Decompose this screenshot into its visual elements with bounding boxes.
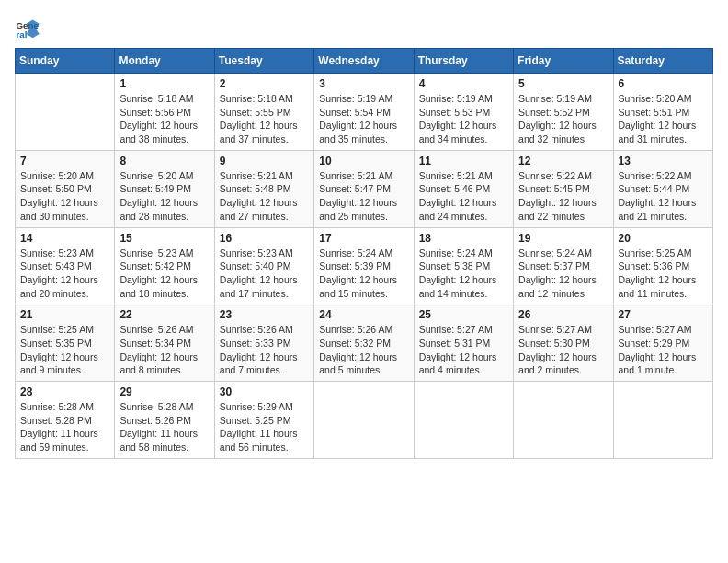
day-info: Sunrise: 5:18 AM Sunset: 5:56 PM Dayligh… bbox=[119, 92, 209, 146]
day-number: 30 bbox=[220, 385, 309, 398]
day-info: Sunrise: 5:24 AM Sunset: 5:37 PM Dayligh… bbox=[518, 247, 608, 301]
calendar-cell: 26Sunrise: 5:27 AM Sunset: 5:30 PM Dayli… bbox=[514, 304, 613, 382]
day-number: 18 bbox=[419, 232, 508, 245]
calendar-cell: 1Sunrise: 5:18 AM Sunset: 5:56 PM Daylig… bbox=[115, 74, 214, 151]
day-number: 1 bbox=[119, 77, 209, 90]
day-number: 3 bbox=[319, 77, 408, 90]
day-info: Sunrise: 5:22 AM Sunset: 5:45 PM Dayligh… bbox=[518, 169, 608, 224]
calendar-cell: 30Sunrise: 5:29 AM Sunset: 5:25 PM Dayli… bbox=[214, 382, 313, 459]
calendar-cell: 21Sunrise: 5:25 AM Sunset: 5:35 PM Dayli… bbox=[16, 304, 115, 382]
calendar-cell: 10Sunrise: 5:21 AM Sunset: 5:47 PM Dayli… bbox=[314, 150, 414, 227]
calendar-cell: 18Sunrise: 5:24 AM Sunset: 5:38 PM Dayli… bbox=[414, 227, 513, 304]
calendar-cell: 2Sunrise: 5:18 AM Sunset: 5:55 PM Daylig… bbox=[214, 74, 313, 151]
weekday-header: Friday bbox=[514, 49, 613, 74]
day-number: 26 bbox=[518, 308, 608, 321]
day-info: Sunrise: 5:19 AM Sunset: 5:53 PM Dayligh… bbox=[419, 92, 508, 146]
day-number: 27 bbox=[619, 308, 708, 321]
day-info: Sunrise: 5:18 AM Sunset: 5:55 PM Dayligh… bbox=[220, 92, 309, 146]
day-number: 19 bbox=[518, 232, 608, 245]
day-number: 22 bbox=[119, 308, 209, 321]
day-info: Sunrise: 5:26 AM Sunset: 5:33 PM Dayligh… bbox=[220, 323, 309, 377]
day-info: Sunrise: 5:24 AM Sunset: 5:38 PM Dayligh… bbox=[419, 247, 508, 301]
calendar-cell: 19Sunrise: 5:24 AM Sunset: 5:37 PM Dayli… bbox=[514, 227, 613, 304]
day-number: 11 bbox=[419, 155, 508, 167]
day-info: Sunrise: 5:20 AM Sunset: 5:49 PM Dayligh… bbox=[119, 169, 209, 224]
calendar-cell: 13Sunrise: 5:22 AM Sunset: 5:44 PM Dayli… bbox=[613, 150, 712, 227]
weekday-header: Wednesday bbox=[314, 49, 414, 74]
day-number: 12 bbox=[518, 155, 608, 167]
calendar-cell: 22Sunrise: 5:26 AM Sunset: 5:34 PM Dayli… bbox=[115, 304, 214, 382]
calendar-cell: 20Sunrise: 5:25 AM Sunset: 5:36 PM Dayli… bbox=[613, 227, 712, 304]
calendar-header-row: SundayMondayTuesdayWednesdayThursdayFrid… bbox=[16, 49, 713, 74]
day-info: Sunrise: 5:26 AM Sunset: 5:34 PM Dayligh… bbox=[119, 323, 209, 377]
calendar-cell: 12Sunrise: 5:22 AM Sunset: 5:45 PM Dayli… bbox=[514, 150, 613, 227]
calendar-cell bbox=[414, 382, 513, 459]
day-number: 4 bbox=[419, 77, 508, 90]
day-number: 24 bbox=[319, 308, 408, 321]
weekday-header: Sunday bbox=[16, 49, 115, 74]
day-info: Sunrise: 5:28 AM Sunset: 5:26 PM Dayligh… bbox=[119, 400, 209, 454]
calendar-week-row: 21Sunrise: 5:25 AM Sunset: 5:35 PM Dayli… bbox=[16, 304, 713, 382]
day-number: 20 bbox=[619, 232, 708, 245]
day-number: 28 bbox=[20, 385, 109, 398]
calendar-cell: 11Sunrise: 5:21 AM Sunset: 5:46 PM Dayli… bbox=[414, 150, 513, 227]
day-info: Sunrise: 5:21 AM Sunset: 5:47 PM Dayligh… bbox=[319, 169, 408, 224]
day-number: 10 bbox=[319, 155, 408, 167]
calendar-cell: 6Sunrise: 5:20 AM Sunset: 5:51 PM Daylig… bbox=[613, 74, 712, 151]
day-number: 14 bbox=[20, 232, 109, 245]
day-info: Sunrise: 5:24 AM Sunset: 5:39 PM Dayligh… bbox=[319, 247, 408, 301]
day-info: Sunrise: 5:29 AM Sunset: 5:25 PM Dayligh… bbox=[220, 400, 309, 454]
day-info: Sunrise: 5:23 AM Sunset: 5:43 PM Dayligh… bbox=[20, 247, 109, 301]
weekday-header: Tuesday bbox=[214, 49, 313, 74]
calendar-cell: 17Sunrise: 5:24 AM Sunset: 5:39 PM Dayli… bbox=[314, 227, 414, 304]
day-info: Sunrise: 5:19 AM Sunset: 5:52 PM Dayligh… bbox=[518, 92, 608, 146]
calendar-cell: 25Sunrise: 5:27 AM Sunset: 5:31 PM Dayli… bbox=[414, 304, 513, 382]
svg-text:ral: ral bbox=[16, 29, 27, 40]
calendar-cell: 27Sunrise: 5:27 AM Sunset: 5:29 PM Dayli… bbox=[613, 304, 712, 382]
logo: Gene ral bbox=[15, 15, 44, 40]
day-number: 9 bbox=[220, 155, 309, 167]
day-info: Sunrise: 5:19 AM Sunset: 5:54 PM Dayligh… bbox=[319, 92, 408, 146]
calendar-cell bbox=[613, 382, 712, 459]
logo-icon: Gene ral bbox=[15, 15, 40, 40]
day-info: Sunrise: 5:28 AM Sunset: 5:28 PM Dayligh… bbox=[20, 400, 109, 454]
day-info: Sunrise: 5:25 AM Sunset: 5:36 PM Dayligh… bbox=[619, 247, 708, 301]
calendar-cell: 8Sunrise: 5:20 AM Sunset: 5:49 PM Daylig… bbox=[115, 150, 214, 227]
day-info: Sunrise: 5:25 AM Sunset: 5:35 PM Dayligh… bbox=[20, 323, 109, 377]
calendar-cell: 23Sunrise: 5:26 AM Sunset: 5:33 PM Dayli… bbox=[214, 304, 313, 382]
day-number: 13 bbox=[619, 155, 708, 167]
day-info: Sunrise: 5:23 AM Sunset: 5:42 PM Dayligh… bbox=[119, 247, 209, 301]
day-number: 6 bbox=[619, 77, 708, 90]
day-number: 21 bbox=[20, 308, 109, 321]
calendar-cell: 28Sunrise: 5:28 AM Sunset: 5:28 PM Dayli… bbox=[16, 382, 115, 459]
calendar-week-row: 1Sunrise: 5:18 AM Sunset: 5:56 PM Daylig… bbox=[16, 74, 713, 151]
calendar-cell: 24Sunrise: 5:26 AM Sunset: 5:32 PM Dayli… bbox=[314, 304, 414, 382]
calendar-cell: 5Sunrise: 5:19 AM Sunset: 5:52 PM Daylig… bbox=[514, 74, 613, 151]
calendar-cell bbox=[314, 382, 414, 459]
calendar-cell: 29Sunrise: 5:28 AM Sunset: 5:26 PM Dayli… bbox=[115, 382, 214, 459]
day-info: Sunrise: 5:27 AM Sunset: 5:29 PM Dayligh… bbox=[619, 323, 708, 377]
page-header: Gene ral bbox=[15, 15, 713, 40]
day-number: 29 bbox=[119, 385, 209, 398]
day-info: Sunrise: 5:23 AM Sunset: 5:40 PM Dayligh… bbox=[220, 247, 309, 301]
calendar-week-row: 7Sunrise: 5:20 AM Sunset: 5:50 PM Daylig… bbox=[16, 150, 713, 227]
weekday-header: Thursday bbox=[414, 49, 513, 74]
calendar-cell: 14Sunrise: 5:23 AM Sunset: 5:43 PM Dayli… bbox=[16, 227, 115, 304]
calendar-week-row: 14Sunrise: 5:23 AM Sunset: 5:43 PM Dayli… bbox=[16, 227, 713, 304]
day-number: 25 bbox=[419, 308, 508, 321]
day-info: Sunrise: 5:21 AM Sunset: 5:46 PM Dayligh… bbox=[419, 169, 508, 224]
day-info: Sunrise: 5:21 AM Sunset: 5:48 PM Dayligh… bbox=[220, 169, 309, 224]
calendar-cell: 16Sunrise: 5:23 AM Sunset: 5:40 PM Dayli… bbox=[214, 227, 313, 304]
day-number: 23 bbox=[220, 308, 309, 321]
day-number: 5 bbox=[518, 77, 608, 90]
day-info: Sunrise: 5:27 AM Sunset: 5:31 PM Dayligh… bbox=[419, 323, 508, 377]
day-number: 8 bbox=[119, 155, 209, 167]
calendar-cell: 4Sunrise: 5:19 AM Sunset: 5:53 PM Daylig… bbox=[414, 74, 513, 151]
calendar-cell: 9Sunrise: 5:21 AM Sunset: 5:48 PM Daylig… bbox=[214, 150, 313, 227]
calendar: SundayMondayTuesdayWednesdayThursdayFrid… bbox=[15, 48, 713, 459]
day-number: 15 bbox=[119, 232, 209, 245]
calendar-cell: 15Sunrise: 5:23 AM Sunset: 5:42 PM Dayli… bbox=[115, 227, 214, 304]
day-info: Sunrise: 5:26 AM Sunset: 5:32 PM Dayligh… bbox=[319, 323, 408, 377]
day-number: 17 bbox=[319, 232, 408, 245]
day-info: Sunrise: 5:20 AM Sunset: 5:51 PM Dayligh… bbox=[619, 92, 708, 146]
